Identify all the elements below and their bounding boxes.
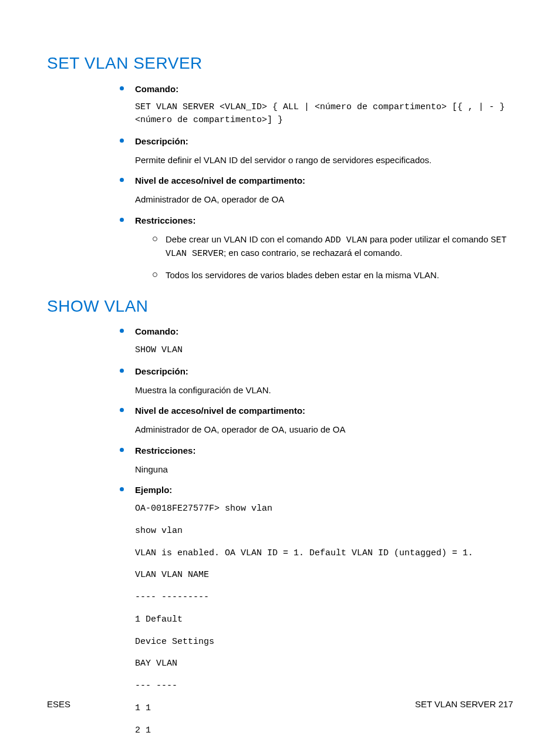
ejemplo-line-7: BAY VLAN	[135, 657, 513, 670]
item-restricciones-2: Restricciones: Ninguna	[116, 444, 513, 476]
text-nivel: Administrador de OA, operador de OA	[135, 193, 513, 206]
item-comando: Comando: SET VLAN SERVER <VLAN_ID> { ALL…	[116, 83, 513, 127]
heading-set-vlan-server: SET VLAN SERVER	[47, 52, 513, 76]
text-restricciones-2: Ninguna	[135, 463, 513, 476]
restriccion-2: Todos los servidores de varios blades de…	[150, 269, 513, 282]
item-nivel-2: Nivel de acceso/nivel de compartimento: …	[116, 404, 513, 436]
restriccion-1-pre: Debe crear un VLAN ID con el comando	[166, 234, 325, 244]
text-descripcion-2: Muestra la configuración de VLAN.	[135, 384, 513, 397]
restriccion-1: Debe crear un VLAN ID con el comando ADD…	[150, 233, 513, 261]
restriccion-1-post: ; en caso contrario, se rechazará el com…	[224, 248, 402, 258]
code-comando: SET VLAN SERVER <VLAN_ID> { ALL | <númer…	[135, 101, 513, 127]
label-descripcion: Descripción:	[135, 135, 513, 148]
ejemplo-line-0: OA-0018FE27577F> show vlan	[135, 502, 513, 515]
item-descripcion-2: Descripción: Muestra la configuración de…	[116, 365, 513, 397]
restriccion-1-code1: ADD VLAN	[325, 235, 367, 245]
ejemplo-line-6: Device Settings	[135, 636, 513, 649]
ejemplo-line-5: 1 Default	[135, 613, 513, 626]
item-descripcion: Descripción: Permite definir el VLAN ID …	[116, 135, 513, 167]
restriccion-1-mid: para poder utilizar el comando	[367, 234, 491, 244]
footer-left: ESES	[47, 698, 70, 711]
label-comando-2: Comando:	[135, 325, 513, 338]
label-ejemplo: Ejemplo:	[135, 484, 513, 497]
text-nivel-2: Administrador de OA, operador de OA, usu…	[135, 423, 513, 436]
text-descripcion: Permite definir el VLAN ID del servidor …	[135, 154, 513, 167]
label-restricciones: Restricciones:	[135, 214, 513, 227]
ejemplo-line-10: 2 1	[135, 724, 513, 737]
ejemplo-line-4: ---- ---------	[135, 591, 513, 604]
item-restricciones: Restricciones: Debe crear un VLAN ID con…	[116, 214, 513, 282]
ejemplo-line-3: VLAN VLAN NAME	[135, 569, 513, 582]
label-restricciones-2: Restricciones:	[135, 444, 513, 457]
heading-show-vlan: SHOW VLAN	[47, 295, 513, 319]
code-comando-2: SHOW VLAN	[135, 344, 513, 357]
item-comando-2: Comando: SHOW VLAN	[116, 325, 513, 357]
label-descripcion-2: Descripción:	[135, 365, 513, 378]
set-vlan-server-list: Comando: SET VLAN SERVER <VLAN_ID> { ALL…	[47, 83, 513, 282]
page-footer: ESES SET VLAN SERVER 217	[47, 698, 513, 711]
ejemplo-line-8: --- ----	[135, 680, 513, 693]
page: SET VLAN SERVER Comando: SET VLAN SERVER…	[0, 0, 560, 746]
label-nivel-2: Nivel de acceso/nivel de compartimento:	[135, 404, 513, 417]
ejemplo-line-2: VLAN is enabled. OA VLAN ID = 1. Default…	[135, 547, 513, 560]
label-nivel: Nivel de acceso/nivel de compartimento:	[135, 174, 513, 187]
footer-right: SET VLAN SERVER 217	[415, 698, 513, 711]
label-comando: Comando:	[135, 83, 513, 96]
show-vlan-list: Comando: SHOW VLAN Descripción: Muestra …	[47, 325, 513, 746]
ejemplo-line-1: show vlan	[135, 525, 513, 538]
restricciones-sublist: Debe crear un VLAN ID con el comando ADD…	[135, 233, 513, 282]
item-nivel: Nivel de acceso/nivel de compartimento: …	[116, 174, 513, 206]
